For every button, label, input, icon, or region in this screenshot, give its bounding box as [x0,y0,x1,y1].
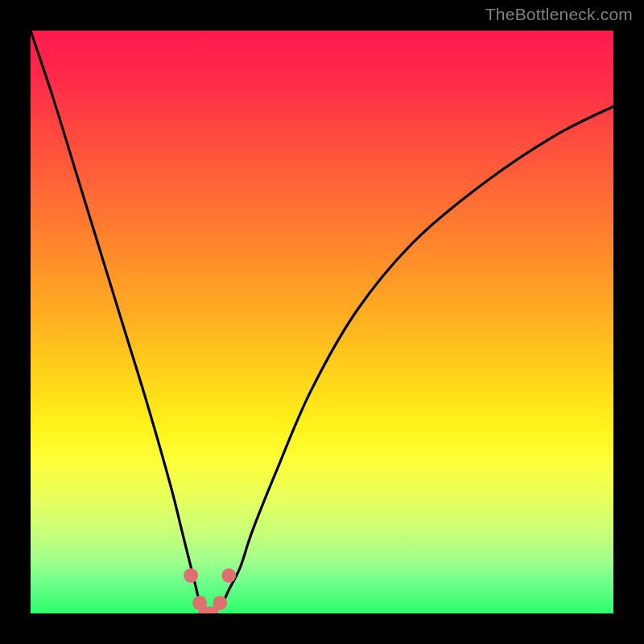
highlight-point [184,568,198,583]
chart-frame: TheBottleneck.com [0,0,644,644]
plot-area [31,31,613,613]
highlight-point [221,568,236,583]
watermark-text: TheBottleneck.com [485,5,633,24]
bottleneck-curve [31,31,613,613]
chart-svg [31,31,613,613]
highlight-point [213,596,227,610]
